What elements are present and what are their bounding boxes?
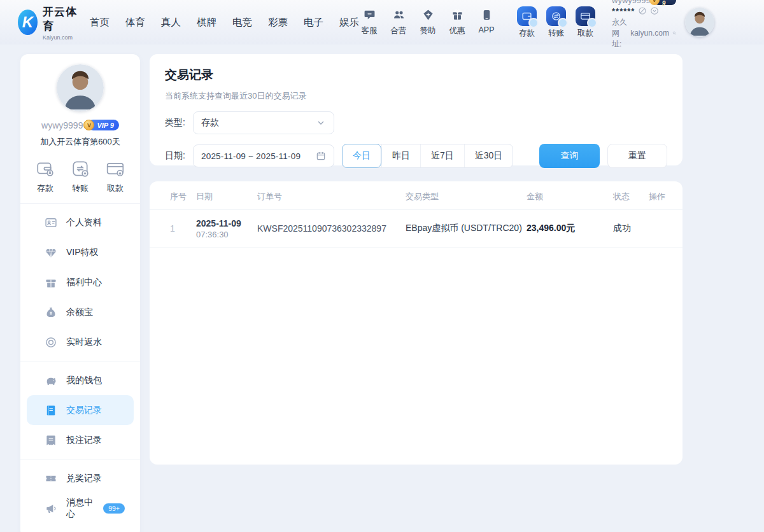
gem-icon	[45, 246, 57, 259]
deposit-card-icon	[517, 6, 537, 26]
date-range-value: 2025-11-09 ~ 2025-11-09	[201, 151, 301, 161]
range-yesterday-button[interactable]: 昨日	[381, 144, 420, 167]
calendar-icon	[316, 151, 326, 161]
topbar: K 开云体育 Kaiyun.com 首页 体育 真人 棋牌 电竞 彩票 电子 娱…	[0, 0, 764, 45]
table-row: 1 2025-11-09 07:36:30 KWSF20251109073630…	[150, 209, 683, 248]
sidebar-item-yuebao[interactable]: 余额宝	[27, 297, 134, 327]
avatar-image	[685, 8, 714, 37]
sidebar-transfer-button[interactable]: 转账	[71, 159, 90, 194]
masked-balance: ******	[612, 6, 635, 16]
app-download-button[interactable]: APP	[476, 9, 497, 36]
type-filter-row: 类型: 存款	[165, 111, 667, 134]
nav-item-home[interactable]: 首页	[90, 16, 110, 29]
date-filter-row: 日期: 2025-11-09 ~ 2025-11-09 今日 昨日 近7日 近3…	[165, 144, 667, 168]
sidebar-item-rewards[interactable]: 兑奖记录	[27, 463, 134, 493]
sidebar-username: wywy9999	[41, 120, 83, 130]
date-label: 日期:	[165, 150, 193, 162]
col-header-order: 订单号	[257, 191, 406, 202]
logo-subtitle: Kaiyun.com	[43, 34, 78, 41]
sidebar-avatar-image	[57, 64, 104, 111]
sidebar-item-wallet[interactable]: 我的钱包	[27, 365, 134, 395]
filter-panel: 交易记录 当前系统支持查询最近30日的交易记录 类型: 存款 日期: 2025-…	[150, 54, 683, 165]
cell-transaction-type: EBpay虚拟币 (USDT/TRC20)	[406, 223, 527, 234]
reset-button[interactable]: 重置	[607, 144, 667, 168]
wallet-icon	[36, 159, 55, 178]
chevron-down-icon	[316, 118, 326, 128]
topbar-wallet-actions: 存款 转账 取款	[517, 6, 595, 39]
range-30days-button[interactable]: 近30日	[464, 144, 513, 167]
withdraw-card-icon	[576, 6, 595, 26]
deposit-button[interactable]: 存款	[517, 6, 537, 39]
page-body: wywy9999 V VIP 9 加入开云体育第600天 存款 转账 取款	[0, 45, 764, 532]
cell-status: 成功	[613, 223, 649, 234]
cell-amount: 23,496.00元	[527, 223, 613, 234]
partnership-button[interactable]: 合营	[388, 9, 409, 36]
table-header-row: 序号 日期 订单号 交易类型 金额 状态 操作	[150, 184, 683, 209]
vip-medal-icon: V	[649, 0, 660, 5]
target-icon	[45, 336, 57, 349]
diamond-badge-icon	[422, 9, 434, 24]
nav-item-live-casino[interactable]: 真人	[161, 16, 181, 29]
date-range-input[interactable]: 2025-11-09 ~ 2025-11-09	[193, 144, 334, 167]
smartphone-icon	[481, 9, 493, 24]
people-icon	[393, 9, 405, 24]
sidebar-item-messages[interactable]: 消息中心 99+	[27, 493, 134, 523]
site-logo[interactable]: K 开云体育 Kaiyun.com	[18, 4, 78, 41]
ledger-icon	[45, 404, 57, 417]
megaphone-icon	[45, 502, 57, 515]
sidebar-item-transactions[interactable]: 交易记录	[27, 395, 134, 425]
nav-item-lottery[interactable]: 彩票	[268, 16, 288, 29]
money-bag-icon	[45, 306, 57, 319]
col-header-status: 状态	[613, 191, 649, 202]
nav-item-board-games[interactable]: 棋牌	[197, 16, 216, 29]
divider	[20, 459, 140, 459]
search-button[interactable]: 查询	[539, 144, 600, 168]
range-7days-button[interactable]: 近7日	[420, 144, 464, 167]
ticket-icon	[45, 472, 57, 485]
transfer-icon	[71, 159, 90, 178]
chevron-down-circle-icon[interactable]	[650, 6, 659, 15]
withdraw-button[interactable]: 取款	[576, 6, 595, 39]
topbar-user-info: wywy9999 V VIP 9 ****** 永久网址: kaiyun.com	[612, 0, 676, 50]
username: wywy9999	[612, 0, 651, 5]
date-range-presets: 今日 昨日 近7日 近30日	[342, 144, 513, 168]
sidebar-item-welfare[interactable]: 福利中心	[27, 267, 134, 297]
sidebar-item-rebate[interactable]: 实时返水	[27, 327, 134, 357]
nav-item-slots[interactable]: 电子	[304, 16, 323, 29]
transfer-globe-icon	[546, 6, 566, 26]
visibility-off-icon[interactable]	[638, 6, 647, 15]
range-today-button[interactable]: 今日	[342, 144, 381, 168]
transfer-button[interactable]: 转账	[546, 6, 566, 39]
page-subtitle: 当前系统支持查询最近30日的交易记录	[165, 90, 667, 102]
sidebar-item-profile[interactable]: 个人资料	[27, 207, 134, 237]
sidebar-withdraw-button[interactable]: 取款	[106, 159, 125, 194]
main-content: 交易记录 当前系统支持查询最近30日的交易记录 类型: 存款 日期: 2025-…	[150, 54, 683, 465]
receipt-icon	[45, 434, 57, 447]
sidebar-quick-actions: 存款 转账 取款	[20, 159, 140, 194]
magnifier-icon[interactable]	[672, 29, 677, 38]
cell-order-number: KWSF202511090736302332897	[257, 223, 406, 234]
nav-item-entertainment[interactable]: 娱乐	[339, 16, 359, 29]
vip-medal-icon: V	[83, 120, 94, 130]
nav-item-sports[interactable]: 体育	[125, 16, 145, 29]
type-select[interactable]: 存款	[193, 111, 334, 134]
gift-icon	[451, 9, 463, 24]
sidebar-deposit-button[interactable]: 存款	[36, 159, 55, 194]
col-header-index: 序号	[170, 191, 196, 202]
divider	[20, 203, 140, 204]
divider	[20, 361, 140, 361]
sidebar-item-vip[interactable]: VIP特权	[27, 237, 134, 267]
type-select-value: 存款	[201, 117, 219, 129]
sidebar-vip-badge: V VIP 9	[88, 120, 119, 130]
promotions-button[interactable]: 优惠	[447, 9, 467, 36]
sidebar: wywy9999 V VIP 9 加入开云体育第600天 存款 转账 取款	[20, 54, 140, 532]
sponsorship-button[interactable]: 赞助	[418, 9, 438, 36]
customer-service-button[interactable]: 客服	[359, 9, 379, 36]
nav-item-esports[interactable]: 电竞	[232, 16, 252, 29]
sidebar-item-bets[interactable]: 投注记录	[27, 425, 134, 455]
col-header-type: 交易类型	[406, 191, 527, 202]
cell-date: 2025-11-09 07:36:30	[196, 218, 257, 239]
sidebar-avatar[interactable]	[57, 64, 104, 111]
transactions-table: 序号 日期 订单号 交易类型 金额 状态 操作 1 2025-11-09 07:…	[150, 181, 683, 465]
avatar[interactable]	[685, 8, 714, 37]
